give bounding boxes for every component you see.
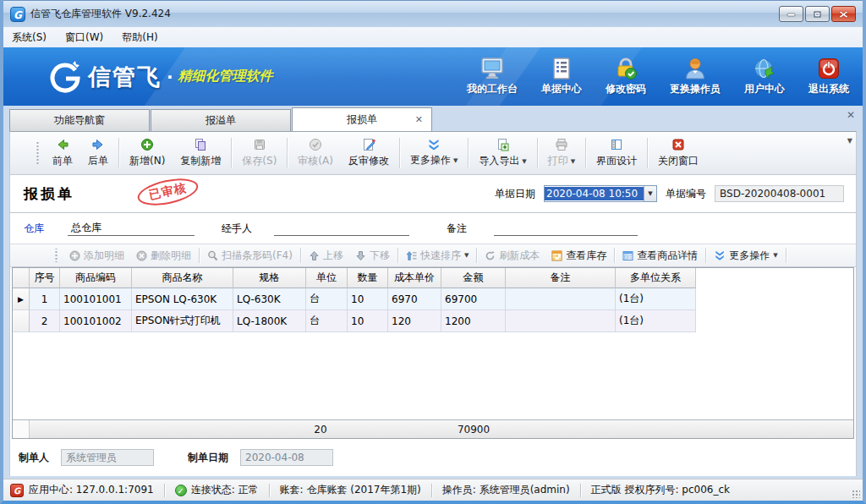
tab-overflow-bill[interactable]: 报溢单 bbox=[151, 109, 291, 131]
cell-unit[interactable]: 台 bbox=[306, 310, 348, 332]
detail-more-actions-button[interactable]: 更多操作 ▼ bbox=[708, 247, 783, 265]
ui-design-button[interactable]: 界面设计 bbox=[589, 134, 644, 173]
tab-label: 报溢单 bbox=[206, 113, 236, 128]
cell-seq[interactable]: 1 bbox=[30, 288, 60, 310]
toolbar-separator bbox=[614, 248, 615, 263]
minimize-icon bbox=[787, 10, 796, 18]
new-button[interactable]: 新增(N) bbox=[122, 134, 173, 173]
column-header[interactable]: 商品编码 bbox=[60, 268, 132, 288]
cell-remark[interactable] bbox=[506, 310, 616, 332]
cell-spec[interactable]: LQ-1800K bbox=[233, 310, 306, 332]
cell-product-code[interactable]: 100101002 bbox=[60, 310, 132, 332]
menu-help[interactable]: 帮助(H) bbox=[122, 30, 157, 45]
tab-loss-bill[interactable]: 报损单 ✕ bbox=[292, 107, 432, 131]
nav-change-password[interactable]: 修改密码 bbox=[606, 57, 646, 96]
button-label: 查看库存 bbox=[566, 249, 606, 263]
menu-system[interactable]: 系统(S) bbox=[12, 30, 47, 45]
move-down-icon bbox=[355, 250, 366, 261]
cell-product-name[interactable]: EPSON针式打印机 bbox=[132, 310, 233, 332]
view-stock-button[interactable]: 查看库存 bbox=[545, 247, 612, 265]
cell-quantity[interactable]: 10 bbox=[348, 310, 388, 332]
copy-new-button[interactable]: 复制新增 bbox=[173, 134, 228, 173]
menu-window[interactable]: 窗口(W) bbox=[65, 30, 103, 45]
button-label: 关闭窗口 bbox=[658, 154, 699, 168]
column-header[interactable]: 数量 bbox=[348, 268, 388, 288]
column-header[interactable]: 多单位关系 bbox=[616, 268, 696, 288]
column-header[interactable]: 备注 bbox=[506, 268, 616, 288]
change-password-icon bbox=[614, 57, 638, 80]
cell-product-code[interactable]: 100101001 bbox=[60, 288, 132, 310]
column-header[interactable]: 序号 bbox=[30, 268, 60, 288]
restore-button[interactable] bbox=[805, 6, 830, 22]
next-bill-button[interactable]: 后单 bbox=[80, 134, 116, 173]
nav-user-center[interactable]: 用户中心 bbox=[744, 57, 785, 96]
cell-multi-unit[interactable]: (1台) bbox=[616, 310, 696, 332]
toolbar-overflow-arrow-icon[interactable]: ▼ bbox=[847, 137, 852, 145]
column-header[interactable]: 规格 bbox=[233, 268, 306, 288]
grid-header-row: 序号 商品编码 商品名称 规格 单位 数量 成本单价 金额 备注 多单位关系 bbox=[13, 268, 853, 288]
cell-spec[interactable]: LQ-630K bbox=[233, 288, 306, 310]
dropdown-arrow-icon: ▼ bbox=[522, 158, 526, 165]
sort-icon bbox=[406, 250, 417, 261]
cell-seq[interactable]: 2 bbox=[30, 310, 60, 332]
cell-quantity[interactable]: 10 bbox=[348, 288, 388, 310]
tab-function-nav[interactable]: 功能导航窗 bbox=[9, 109, 150, 131]
tabstrip-close-icon[interactable]: ✕ bbox=[847, 109, 855, 121]
handler-field[interactable] bbox=[274, 221, 409, 236]
toolbar-grip[interactable] bbox=[36, 140, 40, 166]
remark-field[interactable] bbox=[494, 221, 638, 236]
cell-product-name[interactable]: EPSON LQ-630K bbox=[132, 288, 233, 310]
bill-meta: 单据日期 2020-04-08 10:50 ▼ 单据编号 BSD-2020040… bbox=[495, 185, 844, 202]
view-product-detail-button[interactable]: 查看商品详情 bbox=[617, 247, 704, 265]
toolbar-separator bbox=[199, 248, 200, 263]
prev-bill-button[interactable]: 前单 bbox=[45, 134, 80, 173]
minimize-button[interactable] bbox=[779, 6, 803, 22]
nav-exit-system[interactable]: 退出系统 bbox=[808, 57, 849, 96]
button-label: 打印 bbox=[548, 154, 568, 168]
current-row-arrow-icon: ▶ bbox=[18, 295, 24, 304]
workstation-icon bbox=[480, 57, 505, 80]
document-center-icon bbox=[550, 57, 573, 80]
remark-label: 备注 bbox=[447, 222, 467, 236]
loss-bill-form: 报损单 已审核 单据日期 2020-04-08 10:50 ▼ 单据编号 BSD… bbox=[9, 175, 857, 476]
warehouse-field[interactable]: 总仓库 bbox=[68, 221, 195, 236]
form-header: 报损单 已审核 单据日期 2020-04-08 10:50 ▼ 单据编号 BSD… bbox=[10, 175, 856, 213]
resize-grip[interactable] bbox=[852, 490, 860, 498]
toolbar-separator bbox=[300, 248, 301, 263]
import-export-button[interactable]: 导入导出▼ bbox=[471, 134, 534, 173]
cell-cost-price[interactable]: 120 bbox=[388, 310, 441, 332]
cell-multi-unit[interactable]: (1台) bbox=[616, 288, 696, 310]
warehouse-label[interactable]: 仓库 bbox=[24, 222, 44, 236]
button-label: 新增(N) bbox=[129, 154, 165, 168]
unaudit-button[interactable]: 反审修改 bbox=[341, 134, 397, 173]
brand-logo-icon bbox=[47, 60, 81, 94]
detail-toolbar-grip[interactable] bbox=[54, 249, 58, 262]
row-indicator bbox=[13, 310, 30, 332]
date-dropdown-button[interactable]: ▼ bbox=[644, 186, 656, 201]
cell-remark[interactable] bbox=[506, 288, 616, 310]
license-status: 正式版 授权序列号: pc006_ck bbox=[591, 483, 730, 497]
bill-date-field[interactable]: 2020-04-08 10:50 ▼ bbox=[544, 185, 657, 202]
cell-unit[interactable]: 台 bbox=[306, 288, 348, 310]
nav-my-workbench[interactable]: 我的工作台 bbox=[467, 57, 518, 96]
tab-close-icon[interactable]: ✕ bbox=[415, 114, 423, 125]
column-header[interactable]: 商品名称 bbox=[132, 268, 233, 288]
cell-cost-price[interactable]: 6970 bbox=[388, 288, 441, 310]
column-header[interactable]: 单位 bbox=[306, 268, 348, 288]
table-row[interactable]: ▶ 1 100101001 EPSON LQ-630K LQ-630K 台 10… bbox=[13, 288, 853, 310]
audit-check-icon bbox=[309, 138, 322, 151]
close-button[interactable] bbox=[831, 6, 856, 22]
column-header[interactable]: 成本单价 bbox=[388, 268, 441, 288]
cell-amount[interactable]: 69700 bbox=[441, 288, 506, 310]
column-header[interactable]: 金额 bbox=[441, 268, 506, 288]
table-row[interactable]: 2 100101002 EPSON针式打印机 LQ-1800K 台 10 120… bbox=[13, 310, 853, 332]
more-actions-button[interactable]: 更多操作▼ bbox=[403, 134, 465, 173]
cell-amount[interactable]: 1200 bbox=[441, 310, 506, 332]
nav-document-center[interactable]: 单据中心 bbox=[541, 57, 582, 96]
button-label: 界面设计 bbox=[596, 154, 637, 168]
nav-switch-operator[interactable]: 更换操作员 bbox=[670, 57, 721, 96]
title-bar: G 信管飞仓库管理软件 V9.2.424 bbox=[3, 0, 863, 27]
scan-barcode-button: 扫描条形码(F4) bbox=[201, 247, 299, 265]
close-window-button[interactable]: 关闭窗口 bbox=[650, 134, 706, 173]
grid-totals-row: 20 70900 bbox=[13, 419, 853, 438]
